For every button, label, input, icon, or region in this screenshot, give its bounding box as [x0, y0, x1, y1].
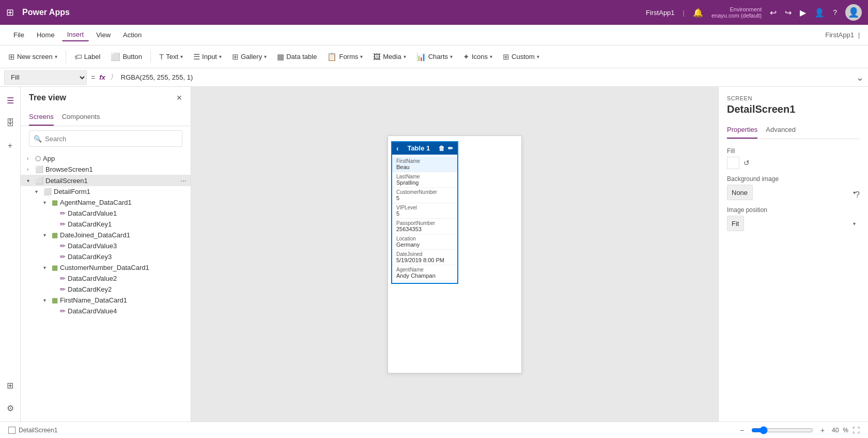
tree-item-datacardkey2[interactable]: ✏ DataCardKey2 [21, 284, 191, 295]
tree-item-detail-screen1[interactable]: ▾ ⬜ DetailScreen1 ··· [21, 175, 191, 186]
dcv4-label: DataCardValue4 [68, 307, 187, 315]
fill-value-row: ↺ [727, 157, 860, 169]
forms-button[interactable]: 📋 Forms ▾ [323, 50, 367, 64]
user-avatar[interactable]: 👤 [845, 4, 862, 21]
statusbar: DetailScreen1 − + 40 % ⛶ [0, 421, 868, 438]
tree-item-datacardvalue1[interactable]: ✏ DataCardValue1 [21, 208, 191, 219]
detail-screen-more[interactable]: ··· [180, 176, 187, 185]
search-icon: 🔍 [34, 135, 42, 143]
settings-icon[interactable]: ⚙ [1, 399, 20, 417]
menu-file[interactable]: File [8, 29, 29, 41]
search-box[interactable]: 🔍 [29, 130, 182, 147]
tree-item-customernumber-datacard1[interactable]: ▾ ▦ CustomerNumber_DataCard1 [21, 262, 191, 273]
statusbar-screen: DetailScreen1 [8, 427, 57, 434]
right-panel-help-icon[interactable]: ? [855, 190, 860, 200]
zoom-minus-button[interactable]: − [737, 425, 747, 435]
zoom-slider[interactable] [751, 426, 813, 434]
tree-item-datacardvalue2[interactable]: ✏ DataCardValue2 [21, 273, 191, 284]
custom-button[interactable]: ⊞ Custom ▾ [499, 50, 544, 64]
menu-insert[interactable]: Insert [62, 28, 89, 41]
button-label: Button [122, 53, 142, 61]
treeview-icon[interactable]: ☰ [1, 91, 20, 110]
tree-item-datacardkey3[interactable]: ✏ DataCardKey3 [21, 251, 191, 262]
topbar: ⊞ Power Apps FirstApp1 | 🔔 Environment e… [0, 0, 868, 25]
menu-home[interactable]: Home [32, 29, 60, 41]
label-button[interactable]: 🏷 Label [70, 50, 105, 63]
table-back-icon[interactable]: ‹ [396, 144, 399, 153]
datasources-icon[interactable]: 🗄 [1, 114, 20, 132]
table-delete-icon[interactable]: 🗑 [439, 145, 445, 152]
gallery-button[interactable]: ⊞ Gallery ▾ [228, 50, 271, 64]
person-icon[interactable]: 👤 [814, 8, 825, 18]
media-icon: 🖼 [373, 52, 381, 61]
media-label: Media [383, 53, 401, 61]
grid-icon[interactable]: ⊞ [6, 7, 14, 18]
firstname-card-label: FirstName_DataCard1 [60, 296, 187, 304]
charts-label: Charts [428, 53, 448, 61]
insert-icon[interactable]: + [1, 137, 20, 155]
table-edit-icon[interactable]: ✏ [448, 145, 453, 152]
cusnum-card-chevron: ▾ [43, 265, 50, 270]
play-icon[interactable]: ▶ [800, 8, 806, 18]
tree-item-browse-screen1[interactable]: › ⬜ BrowseScreen1 [21, 164, 191, 175]
screen-checkbox[interactable] [8, 427, 16, 434]
table-widget[interactable]: ‹ Table 1 🗑 ✏ FirstName Beau LastName Sp… [391, 141, 458, 284]
text-button[interactable]: T Text ▾ [155, 50, 187, 63]
table-header: ‹ Table 1 🗑 ✏ [392, 142, 457, 155]
background-image-select[interactable]: None [727, 185, 753, 200]
formula-expand-icon[interactable]: ⌄ [856, 72, 864, 83]
search-input[interactable] [45, 135, 178, 143]
button-icon: ⬜ [111, 52, 120, 62]
button-button[interactable]: ⬜ Button [106, 50, 146, 64]
data-table-button[interactable]: ▦ Data table [273, 50, 321, 64]
fill-color-swatch[interactable] [727, 157, 739, 169]
charts-button[interactable]: 📊 Charts ▾ [412, 50, 457, 64]
dcv2-icon: ✏ [60, 275, 66, 282]
label-label: Label [84, 53, 101, 61]
formula-input[interactable] [121, 70, 852, 85]
undo-icon[interactable]: ↩ [770, 8, 777, 18]
sidebar-close-button[interactable]: ✕ [176, 94, 182, 102]
app-label: App [43, 155, 187, 162]
new-screen-label: New screen [17, 53, 53, 61]
tree-item-datacardvalue3[interactable]: ✏ DataCardValue3 [21, 240, 191, 251]
tree-item-datacardvalue4[interactable]: ✏ DataCardValue4 [21, 306, 191, 316]
menu-view[interactable]: View [91, 29, 116, 41]
notification-icon[interactable]: 🔔 [693, 8, 703, 18]
help-icon[interactable]: ? [833, 8, 837, 17]
fullscreen-button[interactable]: ⛶ [853, 426, 860, 434]
zoom-plus-button[interactable]: + [817, 425, 828, 435]
formulabar: Fill = fx 〉 ⌄ [0, 68, 868, 87]
detail-form-label: DetailForm1 [54, 188, 187, 195]
tree-item-agentname-datacard1[interactable]: ▾ ▦ AgentName_DataCard1 [21, 197, 191, 208]
fill-select[interactable]: Fill [4, 70, 87, 85]
image-position-select[interactable]: Fit [727, 216, 744, 231]
formula-chevron[interactable]: 〉 [110, 73, 117, 82]
environment-name: enayu.com (default) [711, 12, 762, 19]
icons-button[interactable]: ✦ Icons ▾ [459, 50, 497, 64]
tab-components[interactable]: Components [62, 109, 100, 126]
tab-advanced[interactable]: Advanced [766, 122, 796, 139]
fill-reset-icon[interactable]: ↺ [743, 159, 750, 167]
zoom-value: 40 [832, 427, 839, 434]
table-field-lastname: LastName Spratling [392, 172, 457, 188]
input-button[interactable]: ☰ Input ▾ [189, 50, 226, 64]
equals-sign: = [91, 73, 95, 82]
tree-item-firstname-datacard1[interactable]: ▾ ▦ FirstName_DataCard1 [21, 295, 191, 306]
tree-item-app[interactable]: › ⬡ App [21, 153, 191, 164]
tree-item-datejoined-datacard1[interactable]: ▾ ▦ DateJoined_DataCard1 [21, 230, 191, 240]
tab-properties[interactable]: Properties [727, 122, 757, 139]
table-field-customernumber: CustomerNumber 5 [392, 188, 457, 203]
tree-item-detail-form1[interactable]: ▾ ⬜ DetailForm1 [21, 186, 191, 197]
components-icon[interactable]: ⊞ [1, 376, 20, 395]
tab-screens[interactable]: Screens [29, 109, 54, 126]
canvas-screen[interactable]: ‹ Table 1 🗑 ✏ FirstName Beau LastName Sp… [388, 135, 522, 373]
menu-action[interactable]: Action [118, 29, 147, 41]
table-field-passportnumber: PassportNumber 25634353 [392, 219, 457, 234]
media-button[interactable]: 🖼 Media ▾ [369, 50, 410, 63]
redo-icon[interactable]: ↪ [785, 8, 792, 18]
fill-property: Fill ↺ [727, 147, 860, 169]
tree-item-datacardkey1[interactable]: ✏ DataCardKey1 [21, 219, 191, 230]
new-screen-button[interactable]: ⊞ New screen ▾ [4, 50, 61, 64]
field-value-passportnumber: 25634353 [396, 226, 453, 232]
